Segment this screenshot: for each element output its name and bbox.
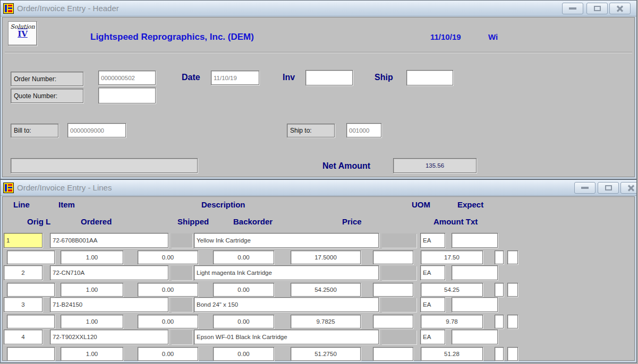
shipped-field[interactable]: 0.00 <box>138 315 198 328</box>
discount-field[interactable] <box>373 283 413 297</box>
orig-line-field[interactable] <box>7 347 55 361</box>
txt-flag-field-2[interactable] <box>507 283 518 297</box>
col-header-orig-l: Orig L <box>27 217 50 226</box>
desktop: Order/Invoice Entry - Header Solution IV… <box>0 0 638 364</box>
expect-field[interactable] <box>452 265 498 280</box>
message-field <box>11 158 198 173</box>
close-icon <box>616 5 624 12</box>
ship-to-field[interactable]: 001000 <box>346 123 381 137</box>
txt-flag-field-2[interactable] <box>507 347 518 361</box>
logo-text-iv: IV <box>8 30 37 38</box>
ordered-field[interactable]: 1.00 <box>61 315 123 328</box>
shipped-field[interactable]: 0.00 <box>138 347 198 361</box>
amount-field[interactable]: 54.25 <box>421 283 483 297</box>
header-window-client: Solution IV Lightspeed Reprographics, In… <box>2 17 635 177</box>
discount-field[interactable] <box>373 347 413 361</box>
quote-number-label: Quote Number: <box>11 89 83 103</box>
uom-field[interactable]: EA <box>420 265 445 280</box>
maximize-button[interactable] <box>586 3 608 14</box>
header-divider <box>5 52 632 53</box>
line-row: 472-T902XXL120Epson WF-01 Black Ink Cart… <box>3 330 634 361</box>
line-row: 371-B24150Bond 24" x 150EA1.000.000.009.… <box>3 297 634 329</box>
expect-field[interactable] <box>452 297 498 312</box>
inv-field[interactable] <box>305 70 353 85</box>
quote-number-field[interactable] <box>98 88 156 103</box>
bill-to-field[interactable]: 0000009000 <box>67 123 126 137</box>
amount-field[interactable]: 51.28 <box>421 347 483 361</box>
expect-field[interactable] <box>452 233 498 248</box>
price-field[interactable]: 51.2750 <box>291 347 361 361</box>
uom-field[interactable]: EA <box>420 330 445 344</box>
order-number-field[interactable]: 0000000502 <box>98 71 156 85</box>
net-amount-label: Net Amount <box>322 161 370 171</box>
header-window-titlebar[interactable]: Order/Invoice Entry - Header <box>1 1 636 16</box>
line-number-field[interactable]: 2 <box>4 265 42 280</box>
spacer-box <box>381 233 416 248</box>
line-row: 172-6708B001AAYellow Ink CartridgeEA1.00… <box>3 233 634 265</box>
minimize-button[interactable] <box>574 182 596 194</box>
backorder-field[interactable]: 0.00 <box>213 315 274 328</box>
txt-flag-field[interactable] <box>495 250 504 264</box>
line-number-field[interactable]: 3 <box>4 297 42 312</box>
txt-flag-field[interactable] <box>495 315 504 328</box>
amount-field[interactable]: 17.50 <box>421 250 483 264</box>
header-window: Order/Invoice Entry - Header Solution IV… <box>0 0 637 179</box>
item-field[interactable]: 71-B24150 <box>50 297 168 312</box>
minimize-icon <box>581 187 589 189</box>
ship-field[interactable] <box>406 70 453 85</box>
discount-field[interactable] <box>373 315 413 328</box>
ordered-field[interactable]: 1.00 <box>61 347 123 361</box>
description-field[interactable]: Bond 24" x 150 <box>194 297 379 312</box>
system-date: 11/10/19 <box>430 32 461 41</box>
item-field[interactable]: 72-CN710A <box>50 265 168 280</box>
description-field[interactable]: Yellow Ink Cartridge <box>194 233 379 248</box>
ordered-field[interactable]: 1.00 <box>61 250 123 264</box>
orig-line-field[interactable] <box>7 250 55 264</box>
txt-flag-field[interactable] <box>495 347 504 361</box>
description-field[interactable]: Epson WF-01 Black Ink Cartridge <box>194 330 379 344</box>
txt-flag-field-2[interactable] <box>507 315 518 328</box>
shipped-field[interactable]: 0.00 <box>138 283 198 297</box>
txt-flag-field[interactable] <box>495 283 504 297</box>
txt-flag-field-2[interactable] <box>507 250 518 264</box>
item-field[interactable]: 72-6708B001AA <box>50 233 168 248</box>
description-field[interactable]: Light magenta Ink Cartridge <box>194 265 379 280</box>
orig-line-field[interactable] <box>7 315 55 328</box>
ordered-field[interactable]: 1.00 <box>61 283 123 297</box>
lines-rows: 172-6708B001AAYellow Ink CartridgeEA1.00… <box>3 233 634 364</box>
col-header-expect: Expect <box>457 200 483 209</box>
shipped-field[interactable]: 0.00 <box>138 250 198 264</box>
net-amount-field: 135.56 <box>393 158 477 173</box>
uom-field[interactable]: EA <box>420 297 445 312</box>
minimize-button[interactable] <box>562 3 583 14</box>
spacer-box <box>381 266 416 280</box>
maximize-button[interactable] <box>598 182 619 194</box>
amount-field[interactable]: 9.78 <box>421 315 483 328</box>
price-field[interactable]: 9.7825 <box>291 315 361 328</box>
line-number-field[interactable]: 1 <box>4 233 42 248</box>
close-button[interactable] <box>620 182 636 194</box>
date-field[interactable]: 11/10/19 <box>211 71 259 85</box>
ship-label: Ship <box>375 73 393 82</box>
minimize-icon <box>569 7 576 10</box>
backorder-field[interactable]: 0.00 <box>213 347 274 361</box>
inv-label: Inv <box>283 73 295 82</box>
orig-line-field[interactable] <box>7 283 55 297</box>
backorder-field[interactable]: 0.00 <box>213 250 274 264</box>
spacer-box <box>381 330 416 344</box>
close-button[interactable] <box>609 3 631 14</box>
uom-field[interactable]: EA <box>420 233 445 248</box>
item-field[interactable]: 72-T902XXL120 <box>50 330 168 344</box>
discount-field[interactable] <box>373 250 413 264</box>
app-icon <box>3 183 14 193</box>
backorder-field[interactable]: 0.00 <box>213 283 274 297</box>
price-field[interactable]: 54.2500 <box>291 283 361 297</box>
col-header-ordered: Ordered <box>81 217 112 226</box>
lines-window-titlebar[interactable]: Order/Invoice Entry - Lines <box>1 180 636 196</box>
expect-field[interactable] <box>452 330 498 344</box>
line-number-field[interactable]: 4 <box>4 330 42 344</box>
price-field[interactable]: 17.5000 <box>291 250 361 264</box>
order-number-label: Order Number: <box>11 72 83 86</box>
col-header-line: Line <box>13 200 30 209</box>
col-header-backorder: Backorder <box>233 217 273 226</box>
